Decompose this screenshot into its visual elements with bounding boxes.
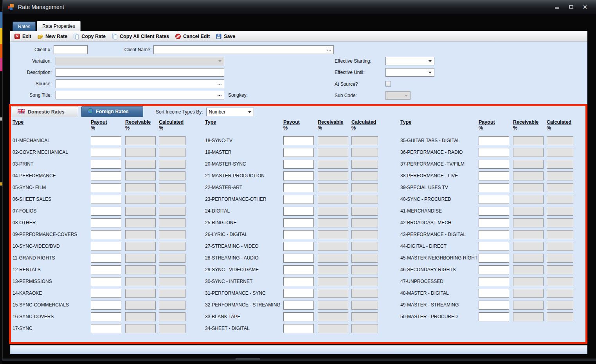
calculated-percent-input [351,218,378,227]
copy-all-client-rates-button[interactable]: Copy All Client Rates [112,33,169,40]
payout-percent-input[interactable] [91,324,121,333]
payout-percent-input[interactable] [283,312,314,321]
payout-percent-input[interactable] [283,218,314,227]
status-strip [10,345,587,354]
tab-rates[interactable]: Rates [13,22,36,31]
calculated-percent-input [351,301,378,310]
payout-percent-input[interactable] [479,207,509,216]
source-input[interactable] [56,79,224,88]
song-title-lookup-button[interactable]: … [216,91,223,99]
payout-percent-input[interactable] [479,160,509,169]
source-lookup-button[interactable]: … [216,79,223,88]
payout-percent-input[interactable] [91,160,121,169]
payout-percent-input[interactable] [91,230,121,239]
payout-percent-input[interactable] [91,312,121,321]
exit-button[interactable]: ✕ Exit [14,33,31,40]
payout-percent-input[interactable] [91,218,121,227]
payout-percent-input[interactable] [91,277,121,286]
payout-percent-input[interactable] [479,171,509,180]
copy-rate-button[interactable]: Copy Rate [73,33,106,40]
payout-percent-input[interactable] [479,301,509,310]
payout-percent-input[interactable] [283,242,314,251]
calculated-percent-input [547,312,573,321]
payout-percent-input[interactable] [479,230,509,239]
maximize-button[interactable] [569,5,574,9]
payout-percent-input[interactable] [283,160,314,169]
effective-until-label: Effective Until: [335,68,384,77]
new-rate-button[interactable]: New Rate [37,33,67,40]
rate-row: 42-BROADCAST MECH [400,217,581,229]
sort-income-types-select[interactable]: Number [206,108,254,116]
calculated-percent-input [351,183,378,192]
payout-percent-input[interactable] [91,301,121,310]
save-button[interactable]: Save [216,33,235,40]
payout-percent-input[interactable] [283,183,314,192]
payout-percent-input[interactable] [91,183,121,192]
payout-percent-input[interactable] [283,324,314,333]
client-name-input[interactable] [153,45,334,54]
payout-percent-input[interactable] [479,312,509,321]
payout-percent-input[interactable] [91,207,121,216]
tab-domestic-rates[interactable]: Domestic Rates [12,106,78,117]
rate-management-window: Rate Management ✕ Rates Rate Properties … [2,0,596,361]
payout-percent-input[interactable] [91,265,121,274]
payout-percent-input[interactable] [91,148,121,157]
receivable-percent-input [513,218,544,227]
receivable-percent-input [513,183,544,192]
close-button[interactable]: ✕ [583,5,588,9]
payout-percent-input[interactable] [91,289,121,298]
rate-row: 06-SHEET SALES [13,193,193,205]
client-name-lookup-button[interactable]: … [326,45,332,54]
client-area: Rates Rate Properties ✕ Exit [10,21,587,355]
payout-percent-input[interactable] [283,301,314,310]
calculated-percent-input [159,148,185,157]
payout-percent-input[interactable] [91,195,121,204]
payout-percent-input[interactable] [283,265,314,274]
rate-type-label: 33-BLANK TAPE [205,314,283,319]
cancel-edit-button[interactable]: Cancel Edit [175,33,210,40]
variation-select [56,57,224,65]
rates-tabstrip: Domestic Rates Foreign Rates [11,106,585,118]
payout-percent-input[interactable] [479,218,509,227]
payout-percent-input[interactable] [479,254,509,263]
calculated-percent-input [547,289,573,298]
effective-until-select[interactable] [385,68,434,77]
rate-type-label: 20-MASTER-SYNC [205,161,283,167]
payout-percent-input[interactable] [479,242,509,251]
rate-type-label: 06-SHEET SALES [13,196,91,202]
payout-percent-input[interactable] [283,277,314,286]
payout-percent-input[interactable] [91,136,121,145]
rate-row: 31-PERFORMANCE - SYNC [205,287,386,299]
payout-percent-input[interactable] [91,171,121,180]
receivable-percent-input [125,160,156,169]
tab-foreign-rates[interactable]: Foreign Rates [81,106,143,117]
song-title-input[interactable] [56,91,224,99]
payout-percent-input[interactable] [479,136,509,145]
payout-percent-input[interactable] [283,230,314,239]
at-source-checkbox[interactable] [385,81,391,86]
payout-percent-input[interactable] [479,265,509,274]
payout-percent-input[interactable] [91,254,121,263]
description-input[interactable] [56,68,224,77]
payout-percent-input[interactable] [283,254,314,263]
rate-row: 19-MASTER [205,146,386,158]
payout-percent-input[interactable] [283,148,314,157]
payout-percent-input[interactable] [283,171,314,180]
payout-percent-input[interactable] [479,277,509,286]
payout-percent-input[interactable] [91,242,121,251]
payout-percent-input[interactable] [479,183,509,192]
payout-percent-input[interactable] [479,289,509,298]
rate-row: 02-COVER MECHANICAL [13,146,193,158]
copy-icon [73,33,79,40]
tab-rate-properties[interactable]: Rate Properties [37,21,80,31]
effective-starting-select[interactable] [385,57,434,65]
payout-percent-input[interactable] [283,136,314,145]
receivable-percent-input [513,265,544,274]
payout-percent-input[interactable] [283,195,314,204]
payout-percent-input[interactable] [479,148,509,157]
payout-percent-input[interactable] [283,289,314,298]
client-number-input[interactable] [54,45,88,54]
payout-percent-input[interactable] [283,207,314,216]
minimize-button[interactable] [555,5,560,9]
payout-percent-input[interactable] [479,195,509,204]
